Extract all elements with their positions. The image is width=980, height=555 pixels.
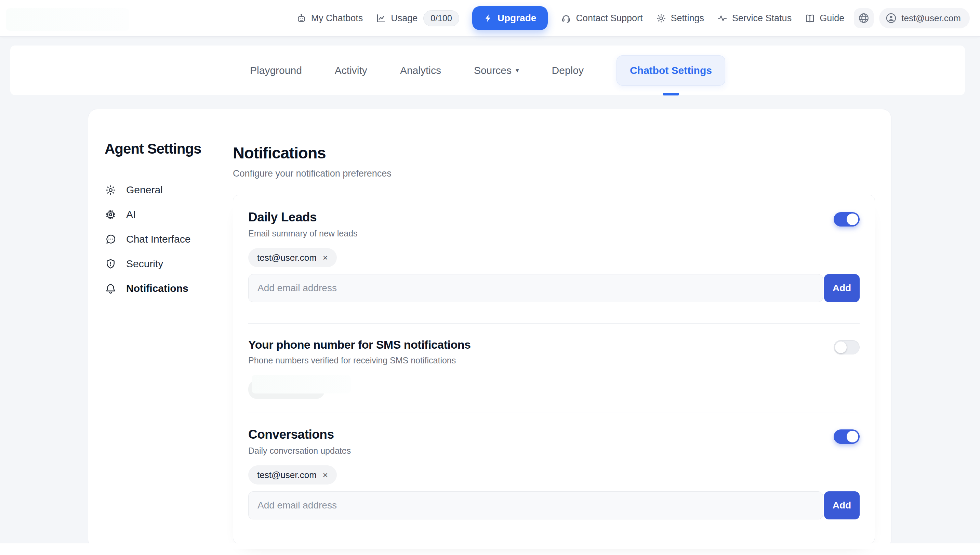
active-tab-indicator (663, 93, 679, 95)
sidebar-item-label: AI (126, 209, 136, 220)
email-chip: test@user.com × (248, 465, 337, 484)
faded-phone-placeholder (248, 375, 365, 399)
toggle-knob (847, 213, 858, 225)
section-divider (248, 323, 860, 324)
page-bottom-strip (0, 543, 980, 549)
tab-playground[interactable]: Playground (250, 65, 302, 76)
tab-analytics-label: Analytics (400, 65, 441, 76)
add-email-button[interactable]: Add (824, 274, 860, 302)
globe-icon (858, 12, 870, 24)
agent-settings-sidebar: Agent Settings General (105, 141, 221, 301)
add-email-button[interactable]: Add (824, 491, 860, 520)
section-conversations: Conversations Daily conversation updates (248, 427, 860, 456)
upgrade-button[interactable]: Upgrade (472, 6, 548, 30)
account-button[interactable]: test@user.com (879, 8, 970, 29)
section-description: Daily conversation updates (248, 446, 351, 456)
nav-settings[interactable]: Settings (656, 13, 704, 24)
user-circle-icon (885, 12, 897, 24)
chip-icon (105, 209, 117, 221)
nav-settings-label: Settings (671, 13, 704, 24)
conversations-toggle[interactable] (834, 430, 860, 444)
tab-sources-label: Sources (474, 65, 512, 76)
tab-activity-label: Activity (335, 65, 367, 76)
section-title: Daily Leads (248, 210, 358, 225)
faded-logo-placeholder (6, 8, 129, 31)
daily-leads-toggle[interactable] (834, 212, 860, 226)
remove-email-button[interactable]: × (323, 253, 328, 262)
page-title: Notifications (233, 143, 876, 162)
tab-sources[interactable]: Sources ▾ (474, 65, 519, 76)
sidebar-item-label: General (126, 184, 163, 196)
notifications-panel: Notifications Configure your notificatio… (233, 143, 876, 544)
tab-playground-label: Playground (250, 65, 302, 76)
sidebar-item-notifications[interactable]: Notifications (105, 276, 221, 301)
toggle-knob (835, 342, 847, 353)
notifications-card: Daily Leads Email summary of new leads t… (233, 195, 875, 544)
sidebar-item-label: Notifications (126, 282, 189, 294)
page-subtitle: Configure your notification preferences (233, 168, 876, 179)
tab-chatbot-settings[interactable]: Chatbot Settings (617, 55, 725, 85)
nav-my-chatbots-label: My Chatbots (311, 13, 363, 24)
settings-container: Agent Settings General (88, 109, 891, 549)
section-daily-leads: Daily Leads Email summary of new leads (248, 210, 860, 239)
sms-toggle[interactable] (834, 340, 860, 354)
chatbot-tabbar: Playground Activity Analytics Sources ▾ … (10, 45, 965, 95)
account-email: test@user.com (902, 13, 961, 24)
headset-icon (561, 13, 571, 24)
remove-email-button[interactable]: × (323, 470, 328, 480)
nav-contact-support[interactable]: Contact Support (561, 13, 643, 24)
shield-icon (105, 258, 117, 270)
nav-usage-label: Usage (391, 13, 417, 24)
gear-icon (656, 13, 667, 24)
email-chip: test@user.com × (248, 248, 337, 267)
sidebar-item-ai[interactable]: AI (105, 202, 221, 227)
cog-icon (105, 184, 117, 196)
nav-service-status[interactable]: Service Status (717, 13, 791, 24)
nav-guide-label: Guide (820, 13, 844, 24)
nav-usage[interactable]: Usage 0/100 (376, 10, 459, 26)
bell-icon (105, 282, 117, 295)
usage-badge: 0/100 (423, 10, 459, 26)
caret-down-icon: ▾ (516, 66, 519, 74)
email-input[interactable] (248, 274, 823, 302)
sidebar-item-label: Security (126, 258, 163, 269)
tab-deploy-label: Deploy (552, 65, 584, 76)
language-button[interactable] (854, 8, 874, 28)
section-title: Your phone number for SMS notifications (248, 338, 470, 351)
sidebar-nav: General AI (105, 178, 221, 301)
book-icon (804, 13, 815, 24)
tab-activity[interactable]: Activity (335, 65, 367, 76)
nav-guide[interactable]: Guide (804, 13, 844, 24)
line-chart-icon (376, 13, 386, 24)
robot-icon (296, 13, 307, 24)
tab-analytics[interactable]: Analytics (400, 65, 441, 76)
email-input[interactable] (248, 491, 823, 520)
email-chip-value: test@user.com (257, 252, 317, 263)
tab-deploy[interactable]: Deploy (552, 65, 584, 76)
sidebar-item-security[interactable]: Security (105, 252, 221, 276)
toggle-knob (847, 431, 858, 443)
sidebar-item-chat-interface[interactable]: Chat Interface (105, 227, 221, 252)
section-sms: Your phone number for SMS notifications … (248, 338, 860, 366)
pulse-icon (717, 13, 727, 24)
nav-service-status-label: Service Status (732, 13, 791, 24)
email-chip-value: test@user.com (257, 470, 317, 480)
nav-contact-support-label: Contact Support (576, 13, 643, 24)
section-description: Phone numbers verified for receiving SMS… (248, 356, 470, 366)
sidebar-item-label: Chat Interface (126, 233, 190, 245)
tab-chatbot-settings-label: Chatbot Settings (630, 65, 712, 76)
upgrade-label: Upgrade (497, 13, 537, 24)
bolt-icon (484, 14, 493, 22)
nav-my-chatbots[interactable]: My Chatbots (296, 13, 363, 24)
add-email-row: Add (248, 274, 860, 302)
page-background: Playground Activity Analytics Sources ▾ … (0, 37, 980, 549)
sidebar-title: Agent Settings (105, 141, 221, 157)
section-title: Conversations (248, 427, 351, 442)
add-email-row: Add (248, 491, 860, 520)
sidebar-item-general[interactable]: General (105, 178, 221, 202)
chat-bubble-icon (105, 233, 117, 245)
section-description: Email summary of new leads (248, 229, 358, 239)
top-navbar: My Chatbots Usage 0/100 Upgrade Conta (0, 0, 980, 37)
